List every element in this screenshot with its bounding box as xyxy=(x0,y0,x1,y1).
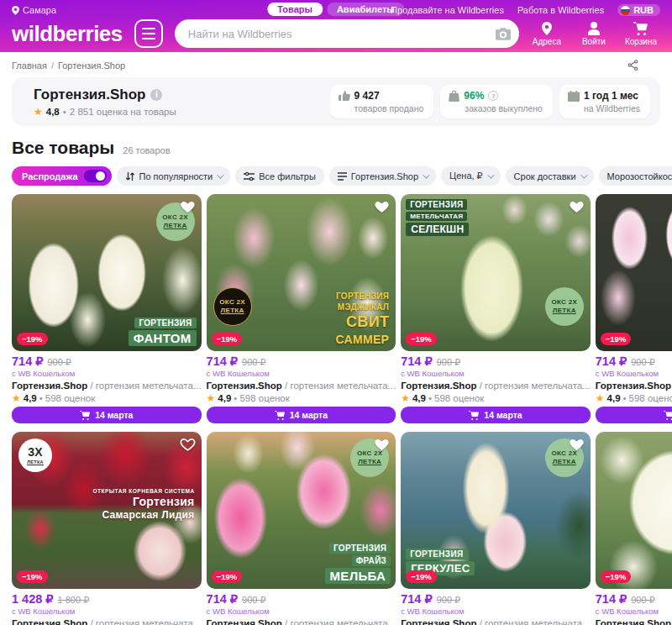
price: 714 ₽ xyxy=(12,355,43,368)
price: 714 ₽ xyxy=(401,355,432,368)
variety-label: ГОРТЕНЗИЯФРАЙЗМЕЛЬБА xyxy=(325,543,391,584)
filter-pill[interactable]: Срок доставки xyxy=(506,166,594,186)
product-image[interactable]: 3хЛЕТКА ОТКРЫТАЯ КОРНЕВАЯ СИСТЕМАГортенз… xyxy=(12,432,202,589)
delivery-date: 14 марта xyxy=(290,410,328,420)
favorite-heart-icon[interactable] xyxy=(569,199,585,213)
filter-pill[interactable]: Гортензия.Shop xyxy=(329,166,436,186)
product-card[interactable]: ОКС 2хЛЕТКА ГОРТЕНЗИЯСКАЙФОЛЛ −19% 714 ₽… xyxy=(596,432,672,625)
reviews-count: 598 оценок xyxy=(45,393,95,403)
favorite-heart-icon[interactable] xyxy=(180,199,196,213)
catalog-menu-button[interactable] xyxy=(134,19,163,48)
product-card[interactable]: ОКС 2хЛЕТКА ГОРТЕНЗИЯМЕТЕЛЬЧАТАЯСЕЛЕКШН … xyxy=(401,194,591,423)
search-bar[interactable] xyxy=(175,19,519,48)
star-icon: ★ xyxy=(12,392,21,404)
product-card[interactable]: ОКС 2хЛЕТКА ГОРТЕНЗИЯФАНТОМ −19% 714 ₽ 9… xyxy=(12,194,202,423)
product-image[interactable]: ОКС 2хЛЕТКА ГОРТЕНЗИЯМЭДЖИКАЛСВИТСАММЕР … xyxy=(207,194,396,351)
product-card[interactable]: ОКС 2хЛЕТКА ГОРТЕНЗИЯМЭДЖИКАЛСВИТСАММЕР … xyxy=(207,194,396,423)
product-card[interactable]: 3хЛЕТКА ОТКРЫТАЯ КОРНЕВАЯ СИСТЕМАГортенз… xyxy=(12,432,202,625)
top-tabs: ТоварыАвиабилеты xyxy=(267,3,404,16)
discount-badge: −19% xyxy=(601,333,632,345)
product-title[interactable]: Гортензия.Shop / гортензия метельчата... xyxy=(596,618,672,625)
question-icon[interactable]: ? xyxy=(488,91,498,101)
chevron-down-icon xyxy=(423,171,429,178)
menu-icon xyxy=(338,172,347,181)
product-image[interactable]: ОКС 2хЛЕТКА ГОРТЕНЗИЯМЕТЕЛЬЧАТАЯСЕЛЕКШН … xyxy=(401,194,591,351)
discount-badge: −19% xyxy=(17,333,48,345)
product-title[interactable]: Гортензия.Shop / гортензия метельчата... xyxy=(596,381,672,391)
pin-icon xyxy=(540,22,554,35)
shop-summary-card: Гортензия.Shop i ★ 4,8 • 2 851 оценка на… xyxy=(12,77,660,126)
user-icon xyxy=(587,22,601,35)
stat-label: на Wildberries xyxy=(568,103,640,113)
delivery-button[interactable]: 14 марта xyxy=(12,407,202,423)
product-image[interactable]: ОКС 2хЛЕТКА ГОРТЕНЗИЯГЕРКУЛЕС −19% xyxy=(401,432,591,589)
calendar-icon xyxy=(568,91,580,102)
product-description: / гортензия метельчата... xyxy=(476,618,590,625)
brand-name: Гортензия.Shop xyxy=(401,618,476,625)
toggle-switch[interactable] xyxy=(84,170,107,182)
stat-label: заказов выкуплено xyxy=(449,103,543,113)
top-tab[interactable]: Товары xyxy=(267,3,323,16)
header-action-корзина[interactable]: Корзина xyxy=(625,22,657,46)
sell-on-wb-link[interactable]: Продавайте на Wildberries xyxy=(391,5,504,15)
location-selector[interactable]: Самара xyxy=(12,5,56,15)
old-price: 900 ₽ xyxy=(242,357,265,368)
pin-icon xyxy=(12,6,19,15)
wallet-price-note: с WB Кошельком xyxy=(401,369,591,378)
product-image[interactable]: ОКС 2хЛЕТКА ГОРТЕНЗИЯФРАЙЗМЕЛЬБА −19% xyxy=(207,432,396,589)
product-title[interactable]: Гортензия.Shop / гортензия метельчата... xyxy=(401,381,591,391)
wildberries-logo[interactable]: wildberries xyxy=(12,21,123,47)
product-image[interactable]: ОКС 2хЛЕТКА ГОРТЕНЗИЯФАНТОМ −19% xyxy=(12,194,202,351)
wallet-price-note: с WB Кошельком xyxy=(596,369,672,378)
delivery-button[interactable]: 14 марта xyxy=(596,407,672,423)
delivery-button[interactable]: 14 марта xyxy=(207,407,396,423)
search-input[interactable] xyxy=(188,28,496,40)
share-icon[interactable] xyxy=(627,60,638,71)
price: 714 ₽ xyxy=(401,592,432,606)
filter-label: Морозостойкость xyxy=(607,171,672,181)
favorite-heart-icon[interactable] xyxy=(374,199,390,213)
product-card[interactable]: ОКС 2хЛЕТКА ГОРТЕНЗИЯГЕРКУЛЕС −19% 714 ₽… xyxy=(401,432,591,625)
product-rating: 4,9 xyxy=(607,393,621,403)
product-image[interactable]: ОКС 2хЛЕТКА ГОРТЕНЗИЯСКАЙФОЛЛ −19% xyxy=(596,432,672,589)
favorite-heart-icon[interactable] xyxy=(569,437,585,451)
sale-toggle[interactable]: Распродажа xyxy=(12,166,112,186)
breadcrumb: Главная/Гортензия.Shop xyxy=(12,60,125,71)
brand-name: Гортензия.Shop xyxy=(596,381,671,391)
discount-badge: −19% xyxy=(601,570,632,583)
delivery-button[interactable]: 14 марта xyxy=(401,407,591,423)
shop-name: Гортензия.Shop xyxy=(34,87,145,103)
old-price: 900 ₽ xyxy=(631,595,654,606)
rating-separator: • xyxy=(623,393,627,403)
product-title[interactable]: Гортензия.Shop / гортензия метельчата... xyxy=(207,381,396,391)
favorite-heart-icon[interactable] xyxy=(374,437,390,451)
favorite-heart-icon[interactable] xyxy=(180,437,196,451)
star-icon: ★ xyxy=(207,392,216,404)
price: 714 ₽ xyxy=(207,355,238,368)
info-icon[interactable]: i xyxy=(150,89,162,101)
header-action-войти[interactable]: Войти xyxy=(578,22,610,46)
product-card[interactable]: ОКС 2хЛЕТКА ГОРТЕНЗИЯСАММЕРЛАВ −19% 714 … xyxy=(596,194,672,423)
cart-icon xyxy=(633,22,648,35)
product-image[interactable]: ОКС 2хЛЕТКА ГОРТЕНЗИЯСАММЕРЛАВ −19% xyxy=(596,194,672,351)
product-title[interactable]: Гортензия.Shop / гортензия метельчата... xyxy=(207,618,396,625)
filter-pill[interactable]: Все фильтры xyxy=(235,166,324,186)
shop-stats: 9 427товаров продано96%?заказов выкуплен… xyxy=(330,85,650,118)
work-at-wb-link[interactable]: Работа в Wildberries xyxy=(517,5,604,15)
price: 714 ₽ xyxy=(596,355,627,368)
filter-pill[interactable]: По популярности xyxy=(117,166,231,186)
filter-pill[interactable]: Морозостойкость xyxy=(599,166,672,186)
product-card[interactable]: ОКС 2хЛЕТКА ГОРТЕНЗИЯФРАЙЗМЕЛЬБА −19% 71… xyxy=(207,432,396,625)
products-count: 26 товаров xyxy=(123,145,170,155)
product-title[interactable]: Гортензия.Shop / гортензия метельчата... xyxy=(12,618,202,625)
product-title[interactable]: Гортензия.Shop / гортензия метельчата... xyxy=(401,618,591,625)
header-action-адреса[interactable]: Адреса xyxy=(531,22,563,46)
product-title[interactable]: Гортензия.Shop / гортензия метельчата... xyxy=(12,381,202,391)
action-label: Корзина xyxy=(625,37,657,46)
breadcrumb-item[interactable]: Гортензия.Shop xyxy=(58,60,125,71)
photo-search-icon[interactable] xyxy=(496,28,511,40)
breadcrumb-item[interactable]: Главная xyxy=(12,60,47,71)
currency-selector[interactable]: RUB xyxy=(617,4,660,16)
brand-name: Гортензия.Shop xyxy=(596,618,671,625)
filter-pill[interactable]: Цена, ₽ xyxy=(441,166,501,186)
